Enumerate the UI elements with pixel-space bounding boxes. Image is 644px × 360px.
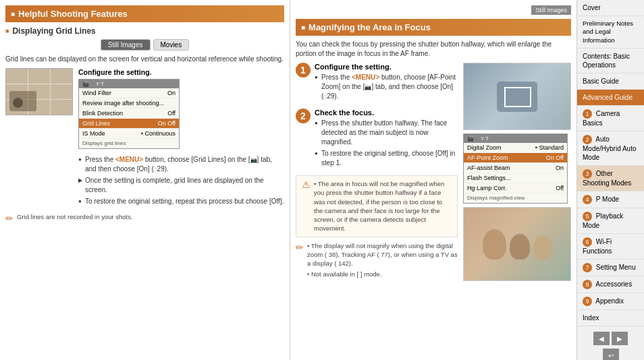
- warning-text: • The area in focus will not be magnifie…: [314, 179, 452, 233]
- warning-box: ⚠ • The area in focus will not be magnif…: [296, 175, 458, 237]
- pencil-icon-right: ✏: [296, 242, 304, 253]
- menu-screenshot-wrapper: 🎬Y T Wind FilterOn Review image after sh…: [78, 79, 284, 152]
- sidebar-label-4: P Mode: [596, 196, 619, 203]
- sidebar: Cover Preliminary Notes and Legal Inform…: [576, 0, 644, 360]
- sidebar-bottom: ◀ ▶ ↩ 50: [577, 326, 644, 360]
- sidebar-number-8: 8: [583, 280, 592, 289]
- steps-area: 1 Configure the setting. Press the <MENU…: [296, 63, 571, 281]
- sidebar-item-2[interactable]: 2 Auto Mode/Hybrid Auto Mode: [577, 131, 644, 166]
- sub-header: Displaying Grid Lines: [5, 26, 284, 36]
- note-line-2: • Not available in [ ] mode.: [307, 270, 458, 278]
- warning-icon: ⚠: [302, 179, 311, 233]
- menu-row-r-3: AF-assist BeamOn: [464, 163, 567, 173]
- sidebar-advanced-guide[interactable]: Advanced Guide: [577, 90, 644, 106]
- tab-still-images[interactable]: Still Images: [101, 39, 151, 51]
- menu-row-3: Blink DetectionOff: [79, 109, 179, 119]
- main-header: Helpful Shooting Features: [5, 5, 284, 22]
- prev-button[interactable]: ◀: [593, 332, 610, 345]
- sidebar-basic-guide[interactable]: Basic Guide: [577, 73, 644, 90]
- sidebar-item-7[interactable]: 7 Setting Menu: [577, 260, 644, 276]
- bullet-item-2: To restore the original setting, repeat …: [78, 197, 284, 206]
- tab-bar: Still Images Movies: [5, 39, 284, 51]
- menu-header-right: 🎬Y T: [464, 134, 567, 143]
- sidebar-label-7: Setting Menu: [596, 264, 636, 271]
- sidebar-number-3: 3: [583, 169, 592, 179]
- menu-screenshot-right: 🎬Y T Digital Zoom• Standard AF-Point Zoo…: [463, 133, 568, 204]
- nav-buttons: ◀ ▶: [593, 332, 628, 345]
- menu-row-2: Review image after shooting...: [79, 98, 179, 109]
- sidebar-prelim[interactable]: Preliminary Notes and Legal Information: [577, 16, 644, 49]
- menu-row-r-5: Hg Lamp Corr.Off: [464, 183, 567, 193]
- note-line-1: • The display will not magnify when usin…: [307, 241, 458, 268]
- note-text-right: • The display will not magnify when usin…: [307, 241, 458, 278]
- sidebar-number-5: 5: [583, 212, 592, 221]
- grid-lines-image: [5, 68, 73, 115]
- main-header-text: Helpful Shooting Features: [18, 9, 128, 19]
- sidebar-item-9[interactable]: 9 Appendix: [577, 293, 644, 310]
- sidebar-cover[interactable]: Cover: [577, 0, 644, 16]
- step-2-content: Check the focus. Press the shutter butto…: [315, 109, 458, 170]
- sidebar-item-8[interactable]: 8 Accessories: [577, 276, 644, 293]
- menu-row-1: Wind FilterOn: [79, 88, 179, 98]
- sidebar-item-1[interactable]: 1 Camera Basics: [577, 106, 644, 131]
- sidebar-label-8: Accessories: [595, 280, 632, 288]
- next-button[interactable]: ▶: [612, 332, 628, 345]
- sidebar-contents[interactable]: Contents: Basic Operations: [577, 49, 644, 73]
- step-1-title: Configure the setting.: [315, 63, 458, 71]
- camera-focus-image: [463, 63, 571, 130]
- sidebar-label-9: Appendix: [595, 297, 624, 305]
- sidebar-number-1: 1: [583, 109, 592, 119]
- tab-movies[interactable]: Movies: [153, 39, 190, 51]
- focus-overlay: [504, 87, 531, 107]
- sidebar-number-2: 2: [583, 135, 592, 144]
- sidebar-item-4[interactable]: 4 P Mode: [577, 191, 644, 208]
- menu-header: 🎬Y T: [79, 80, 179, 88]
- sidebar-number-6: 6: [583, 237, 592, 247]
- step-2-number: 2: [296, 109, 311, 123]
- menu-row-r-desc: Displays magnified view: [464, 193, 567, 203]
- still-images-badge: Still Images: [531, 5, 571, 15]
- step-1-content: Configure the setting. Press the <MENU> …: [315, 63, 458, 103]
- configure-title: Configure the setting.: [78, 68, 284, 76]
- menu-screenshot: 🎬Y T Wind FilterOn Review image after sh…: [78, 79, 180, 149]
- step-1-bullet: Press the <MENU> button, choose [AF-Poin…: [315, 73, 458, 101]
- right-main-header-text: Magnifying the Area in Focus: [308, 22, 431, 32]
- step-2-row: 2 Check the focus. Press the shutter but…: [296, 109, 458, 170]
- sidebar-number-4: 4: [583, 195, 592, 204]
- sidebar-item-6[interactable]: 6 Wi-Fi Functions: [577, 234, 644, 260]
- step-1-number: 1: [296, 63, 311, 78]
- pencil-icon: ✏: [5, 213, 14, 224]
- menu-row-grid-lines: Grid LinesOn Off: [79, 119, 179, 129]
- left-content-row: Configure the setting. 🎬Y T Wind FilterO…: [5, 68, 284, 208]
- sidebar-number-7: 7: [583, 263, 592, 272]
- menu-row-r-1: Digital Zoom• Standard: [464, 143, 567, 153]
- steps-right: 🎬Y T Digital Zoom• Standard AF-Point Zoo…: [463, 63, 571, 281]
- sidebar-item-3[interactable]: 3 Other Shooting Modes: [577, 166, 644, 191]
- note-text: Grid lines are not recorded in your shot…: [17, 212, 133, 221]
- menu-row-r-2: AF-Point ZoomOn Off: [464, 153, 567, 163]
- step-1-row: 1 Configure the setting. Press the <MENU…: [296, 63, 458, 103]
- step-2-title: Check the focus.: [315, 109, 458, 117]
- left-panel: Helpful Shooting Features Displaying Gri…: [0, 0, 290, 360]
- menu-row-5: IS Mode• Continuous: [79, 129, 179, 139]
- right-main-header: Magnifying the Area in Focus: [296, 19, 571, 36]
- bullet-item-1: Press the <MENU> button, choose [Grid Li…: [78, 155, 284, 174]
- menu-row-desc: Displays grid lines: [79, 139, 179, 148]
- children-visual: [464, 208, 570, 280]
- step-2-bullet-1: Press the shutter button halfway. The fa…: [315, 119, 458, 147]
- sidebar-index[interactable]: Index: [577, 310, 644, 326]
- note-box: ✏ Grid lines are not recorded in your sh…: [5, 212, 284, 224]
- step-2-bullet-2: To restore the original setting, choose …: [315, 149, 458, 168]
- sub-header-text: Displaying Grid Lines: [12, 26, 95, 36]
- sidebar-number-9: 9: [583, 297, 592, 306]
- back-button[interactable]: ↩: [603, 349, 619, 360]
- configure-box: Configure the setting. 🎬Y T Wind FilterO…: [78, 68, 284, 208]
- children-image: [463, 207, 571, 281]
- steps-left: 1 Configure the setting. Press the <MENU…: [296, 63, 458, 281]
- note-box-right: ✏ • The display will not magnify when us…: [296, 241, 458, 278]
- intro-text: Grid lines can be displayed on the scree…: [5, 55, 284, 64]
- right-intro-text: You can check the focus by pressing the …: [296, 40, 571, 59]
- right-panel: Still Images Magnifying the Area in Focu…: [290, 0, 576, 360]
- sidebar-item-5[interactable]: 5 Playback Mode: [577, 208, 644, 234]
- menu-row-r-4: Flash Settings...: [464, 173, 567, 183]
